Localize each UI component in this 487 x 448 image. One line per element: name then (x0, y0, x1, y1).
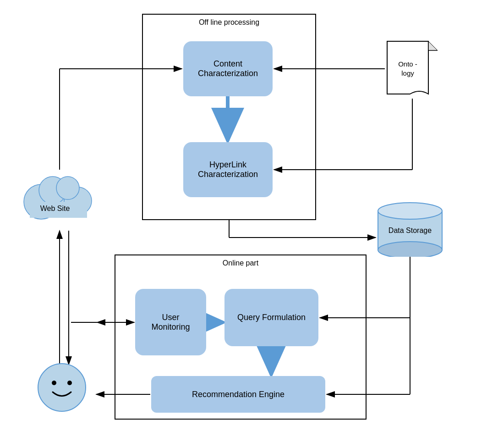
user-smiley (37, 362, 87, 413)
recommendation-engine-box: Recommendation Engine (151, 376, 325, 413)
recommendation-engine-label: Recommendation Engine (192, 390, 285, 399)
svg-text:logy: logy (401, 69, 414, 77)
data-storage-svg: Data Storage (376, 197, 444, 257)
content-char-label: ContentCharacterization (198, 59, 258, 78)
hyperlink-characterization-box: HyperLinkCharacterization (183, 142, 273, 197)
svg-point-38 (52, 381, 56, 385)
svg-point-39 (67, 381, 72, 385)
ontology-svg: Onto - logy (385, 39, 440, 99)
svg-point-37 (38, 364, 86, 411)
svg-point-26 (378, 242, 442, 257)
offline-label: Off line processing (199, 18, 259, 27)
website-cloud: Web Site (14, 165, 98, 232)
user-monitoring-box: UserMonitoring (135, 289, 206, 355)
query-formulation-box: Query Formulation (224, 289, 318, 346)
diagram: Off line processing Online part ContentC… (0, 0, 487, 448)
smiley-svg (37, 362, 87, 413)
hyperlink-char-label: HyperLinkCharacterization (198, 160, 258, 179)
svg-text:Onto -: Onto - (398, 60, 417, 68)
query-formulation-label: Query Formulation (237, 313, 306, 322)
svg-text:Web Site: Web Site (40, 205, 70, 212)
online-label: Online part (223, 259, 258, 267)
cloud-svg: Web Site (14, 165, 98, 232)
data-storage: Data Storage (376, 197, 444, 257)
svg-point-25 (378, 203, 442, 219)
user-monitoring-label: UserMonitoring (151, 313, 190, 332)
content-characterization-box: ContentCharacterization (183, 41, 273, 96)
svg-text:Data Storage: Data Storage (389, 227, 432, 234)
svg-point-34 (56, 177, 79, 199)
ontology-document: Onto - logy (385, 39, 440, 99)
